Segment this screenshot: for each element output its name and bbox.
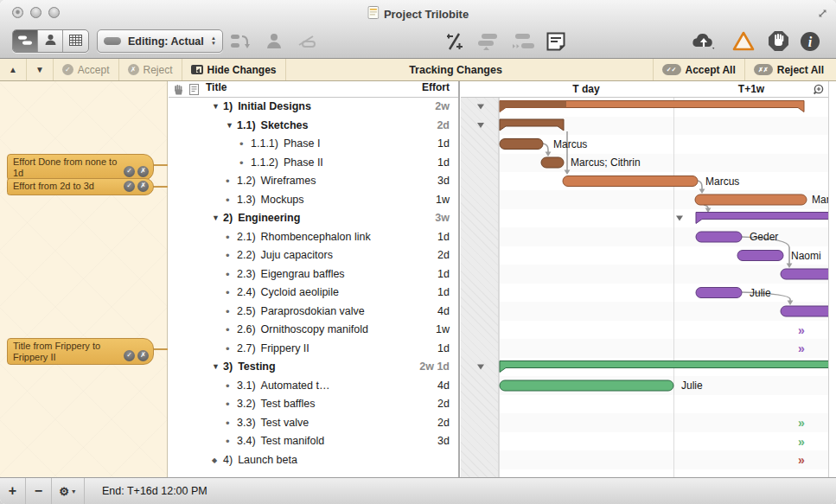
group-tasks-button[interactable] — [476, 29, 502, 53]
change-disclosure-triangle[interactable] — [477, 365, 484, 370]
inspector-info-button[interactable]: i — [797, 29, 823, 53]
outline-row[interactable]: •2.3)Eigengrau baffles1d — [169, 265, 458, 284]
change-annotation[interactable]: Title from Frippery to Frippery II✓✗ — [7, 338, 154, 365]
gantt-task-bar[interactable] — [500, 380, 673, 391]
reject-change-button[interactable]: ✗ Reject — [119, 59, 182, 80]
outline-row[interactable]: •2.1)Rhombencephalon link1d — [169, 228, 458, 247]
outline-row[interactable]: •3.1)Automated t…4d — [169, 377, 458, 396]
note-column-icon[interactable] — [189, 84, 199, 98]
annotation-accept-button[interactable]: ✓ — [124, 350, 135, 361]
connect-tasks-button[interactable] — [511, 29, 537, 53]
annotation-accept-button[interactable]: ✓ — [124, 166, 135, 177]
assigned-resource-label: Julie — [681, 380, 703, 392]
task-effort: 2d — [437, 246, 450, 265]
disclosure-triangle[interactable]: ▼ — [212, 98, 220, 117]
disclosure-triangle[interactable]: ▼ — [212, 358, 220, 377]
close-button[interactable] — [12, 7, 23, 18]
gantt-chart: T day T+1w MarcusMarcus; CithrinMarcusMa… — [461, 81, 828, 477]
tab-gantt-view[interactable] — [13, 30, 38, 52]
remove-task-button[interactable]: − — [26, 478, 52, 504]
gantt-task-bar[interactable] — [696, 232, 742, 242]
outline-row[interactable]: •2.4)Cycloid aeolipile1d — [169, 284, 458, 303]
title-column-header[interactable]: Title — [206, 81, 227, 93]
fullscreen-icon[interactable] — [817, 7, 828, 22]
reject-all-button[interactable]: ✗✗ Reject All — [745, 59, 833, 80]
violations-button[interactable] — [731, 29, 756, 53]
annotation-accept-button[interactable]: ✓ — [124, 181, 135, 192]
hide-changes-button[interactable]: Hide Changes — [182, 59, 286, 80]
outline-row[interactable]: •1.1.2)Phase II1d — [169, 154, 458, 173]
accept-change-button[interactable]: ✓ Accept — [54, 59, 119, 80]
task-bullet: • — [239, 135, 244, 154]
gantt-group-bar[interactable] — [500, 119, 564, 131]
publish-button[interactable] — [688, 29, 719, 53]
link-dependency-button[interactable] — [295, 29, 321, 53]
offscreen-task-indicator: » — [798, 341, 805, 355]
task-title: 2)Engineering — [223, 209, 300, 228]
add-task-button[interactable]: + — [0, 478, 26, 504]
change-annotation[interactable]: Effort from 2d to 3d✓✗ — [7, 178, 154, 195]
hide-changes-label: Hide Changes — [207, 64, 277, 76]
editing-mode-popup[interactable]: Editing: Actual ▲▼ — [97, 29, 223, 53]
stop-sync-button[interactable] — [765, 29, 791, 53]
change-annotation[interactable]: Effort Done from none to 1d✓✗ — [7, 154, 154, 181]
outline-row[interactable]: •2.2)Juju capacitors2d — [169, 246, 458, 265]
outline-row[interactable]: ▼3)Testing2w 1d — [169, 358, 458, 377]
attach-note-button[interactable] — [544, 29, 568, 53]
disclosure-triangle[interactable]: ▼ — [226, 117, 233, 136]
outline-row[interactable]: ▼1.1)Sketches2d — [169, 117, 458, 136]
gantt-task-bar[interactable] — [696, 288, 742, 298]
outline-row[interactable]: •1.1.1)Phase I1d — [169, 135, 458, 154]
gantt-task-bar[interactable] — [500, 139, 543, 150]
disclosure-triangle[interactable]: ▼ — [212, 209, 220, 228]
outline-row[interactable]: ◆4)Launch beta — [169, 451, 458, 470]
outline-row[interactable]: ▼2)Engineering3w — [169, 209, 458, 228]
baseline-capsule-icon — [104, 37, 121, 45]
split-task-button[interactable] — [443, 29, 467, 53]
outline-row[interactable]: •3.2)Test baffles2d — [169, 395, 458, 414]
gantt-group-bar[interactable] — [696, 213, 828, 224]
annotation-reject-button[interactable]: ✗ — [137, 181, 149, 192]
task-bullet: • — [226, 172, 230, 191]
gantt-task-bar[interactable] — [563, 176, 698, 187]
gantt-task-bar[interactable] — [541, 157, 564, 168]
task-title: 2.2)Juju capacitors — [237, 246, 333, 265]
previous-change-button[interactable]: ▲ — [0, 59, 27, 80]
effort-column-header[interactable]: Effort — [422, 81, 450, 93]
task-effort: 2d — [437, 117, 450, 136]
task-effort: 1d — [437, 284, 450, 303]
change-disclosure-triangle[interactable] — [477, 105, 484, 110]
change-disclosure-triangle[interactable] — [477, 123, 484, 128]
timeline-header: T day T+1w — [461, 81, 828, 98]
gantt-task-bar[interactable] — [781, 306, 828, 316]
minimize-button[interactable] — [30, 7, 41, 18]
accept-all-button[interactable]: ✓✓ Accept All — [653, 59, 745, 80]
gantt-task-bar[interactable] — [781, 269, 828, 279]
annotation-reject-button[interactable]: ✗ — [137, 350, 149, 361]
gantt-task-bar[interactable] — [737, 251, 783, 261]
outline-row[interactable]: •1.3)Mockups1w — [169, 191, 458, 210]
zoom-window-button[interactable] — [48, 7, 60, 18]
outline-row[interactable]: •3.3)Test valve2d — [169, 414, 458, 433]
action-gear-button[interactable]: ⚙▼ — [52, 478, 85, 504]
add-child-button[interactable] — [228, 29, 254, 53]
tab-calendar-view[interactable] — [63, 30, 88, 52]
tab-resource-view[interactable] — [38, 30, 63, 52]
annotation-reject-button[interactable]: ✗ — [137, 166, 149, 177]
assign-resource-button[interactable] — [261, 29, 287, 53]
next-change-button[interactable]: ▼ — [27, 59, 54, 80]
task-effort: 1d — [437, 154, 450, 173]
outline-row[interactable]: •3.4)Test manifold3d — [169, 432, 458, 451]
outline-row[interactable]: •2.6)Ornithoscopy manifold1w — [169, 321, 458, 340]
timeline-zoom-icon[interactable] — [812, 83, 825, 99]
outline-row[interactable]: ▼1)Initial Designs2w — [169, 98, 458, 117]
gantt-task-bar[interactable] — [695, 195, 807, 205]
assigned-resource-label: Naomi — [791, 250, 821, 262]
hand-column-icon[interactable] — [173, 84, 183, 98]
change-disclosure-triangle[interactable] — [676, 216, 683, 221]
gantt-group-bar[interactable] — [500, 361, 828, 373]
outline-row[interactable]: •2.5)Paraprosdokian valve4d — [169, 303, 458, 322]
outline-row[interactable]: •1.2)Wireframes3d — [169, 172, 458, 191]
task-bullet: • — [226, 414, 230, 433]
outline-row[interactable]: •2.7)Frippery II1d — [169, 340, 458, 359]
